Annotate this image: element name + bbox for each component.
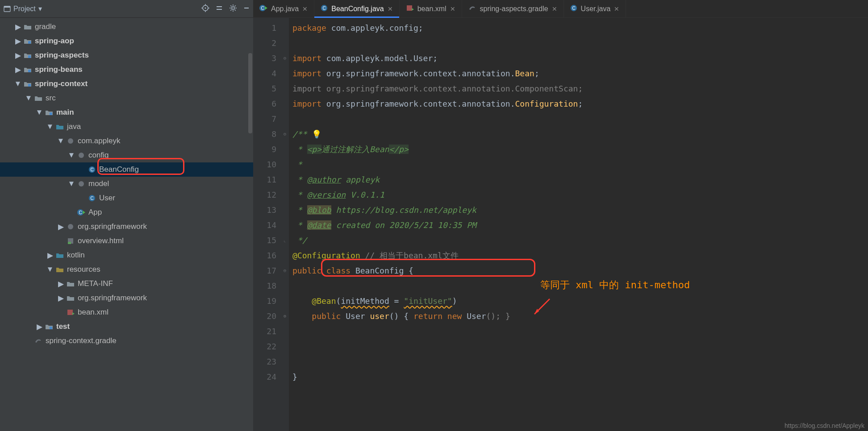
expander-icon[interactable]: ▼ <box>25 95 32 102</box>
tree-item-test[interactable]: ▶test <box>0 319 253 334</box>
code-area[interactable]: package com.appleyk.config; import com.a… <box>289 18 868 431</box>
tab-spring-aspects-gradle[interactable]: spring-aspects.gradle✕ <box>462 0 564 17</box>
project-dropdown[interactable]: Project <box>13 5 36 13</box>
expander-icon[interactable]: ▼ <box>36 109 43 116</box>
svg-point-26 <box>79 153 84 158</box>
expander-icon[interactable] <box>57 309 64 316</box>
tree-label: test <box>56 322 70 331</box>
scrollbar-thumb[interactable] <box>248 53 252 133</box>
svg-rect-23 <box>28 84 31 87</box>
svg-rect-37 <box>68 242 71 244</box>
expander-icon[interactable] <box>68 209 75 216</box>
expander-icon[interactable] <box>57 237 64 245</box>
tree-item-org-springframework[interactable]: ▶org.springframework <box>0 220 253 234</box>
editor-panel: CApp.java✕CBeanConfig.java✕bean.xml✕spri… <box>253 0 868 431</box>
expander-icon[interactable]: ▼ <box>14 80 21 87</box>
svg-rect-21 <box>28 55 31 58</box>
tab-label: spring-aspects.gradle <box>480 5 548 13</box>
tree-item-java[interactable]: ▼java <box>0 120 253 134</box>
chevron-down-icon[interactable]: ▾ <box>38 4 42 13</box>
expander-icon[interactable]: ▶ <box>14 37 21 45</box>
tree-item-bean-xml[interactable]: bean.xml <box>0 305 253 319</box>
line-number: 5 <box>262 81 276 96</box>
watermark: https://blog.csdn.net/Appleyk <box>785 422 864 429</box>
module-icon <box>23 66 32 73</box>
fold-marker[interactable]: ⊖ <box>281 127 289 142</box>
pkg-icon <box>77 152 86 159</box>
tab-bean-xml[interactable]: bean.xml✕ <box>400 0 462 17</box>
tree-item-spring-aop[interactable]: ▶spring-aop <box>0 34 253 48</box>
tree-item-spring-aspects[interactable]: ▶spring-aspects <box>0 48 253 62</box>
expander-icon[interactable]: ▶ <box>46 252 54 259</box>
configuration-highlight-annotation <box>321 259 535 277</box>
gear-icon[interactable] <box>229 4 237 13</box>
line-number: 3 <box>262 51 276 66</box>
tree-item-overview-html[interactable]: overview.html <box>0 234 253 248</box>
tree-item-config[interactable]: ▼config <box>0 148 253 162</box>
svg-rect-38 <box>67 310 73 315</box>
tree-item-org-springframework[interactable]: ▶org.springframework <box>0 291 253 305</box>
line-number: 21 <box>262 324 276 339</box>
tree-item-gradle[interactable]: ▶gradle <box>0 20 253 34</box>
tree-item-main[interactable]: ▼main <box>0 105 253 120</box>
svg-marker-47 <box>412 8 414 11</box>
expander-icon[interactable]: ▶ <box>14 66 21 73</box>
expander-icon[interactable]: ▼ <box>68 152 75 159</box>
project-tool-window: Project ▾ ▶gradle▶spring-aop▶spring-aspe… <box>0 0 253 431</box>
fold-marker <box>281 294 289 309</box>
tree-label: spring-aspects <box>35 51 89 60</box>
tree-item-model[interactable]: ▼model <box>0 177 253 191</box>
tree-label: org.springframework <box>78 222 147 231</box>
tree-item-meta-inf[interactable]: ▶META-INF <box>0 277 253 291</box>
code-editor[interactable]: 123456789101112131415161718192021222324 … <box>253 18 868 431</box>
expander-icon[interactable]: ▶ <box>57 280 64 287</box>
fold-marker[interactable]: ⊖ <box>281 51 289 66</box>
expander-icon[interactable]: ▶ <box>57 223 64 230</box>
svg-text:C: C <box>90 167 93 172</box>
expander-icon[interactable] <box>79 166 86 173</box>
expander-icon[interactable]: ▶ <box>14 52 21 59</box>
tree-item-app[interactable]: CApp <box>0 205 253 220</box>
module-icon <box>23 52 32 58</box>
tree-item-com-appleyk[interactable]: ▼com.appleyk <box>0 134 253 148</box>
minimize-icon[interactable] <box>243 5 250 12</box>
close-icon[interactable]: ✕ <box>552 5 557 12</box>
expander-icon[interactable] <box>79 195 86 202</box>
close-icon[interactable]: ✕ <box>388 5 393 12</box>
tree-item-kotlin[interactable]: ▶kotlin <box>0 248 253 262</box>
svg-line-16 <box>235 10 236 11</box>
tree-item-spring-beans[interactable]: ▶spring-beans <box>0 62 253 77</box>
res-icon <box>55 266 64 273</box>
fold-marker <box>281 187 289 203</box>
fold-marker[interactable]: ⊕ <box>281 309 289 324</box>
fold-marker[interactable]: ⌞ <box>281 233 289 248</box>
expander-icon[interactable]: ▼ <box>46 266 54 273</box>
fold-marker <box>281 324 289 339</box>
tree-item-resources[interactable]: ▼resources <box>0 262 253 277</box>
tree-label: BeanConfig <box>99 165 139 174</box>
tree-item-spring-context[interactable]: ▼spring-context <box>0 77 253 91</box>
tree-item-beanconfig[interactable]: CBeanConfig <box>0 162 253 177</box>
tree-item-spring-context-gradle[interactable]: spring-context.gradle <box>0 334 253 348</box>
tab-app-java[interactable]: CApp.java✕ <box>253 0 314 17</box>
target-icon[interactable] <box>201 4 209 13</box>
collapse-icon[interactable] <box>216 4 223 13</box>
expander-icon[interactable]: ▶ <box>57 294 64 302</box>
close-icon[interactable]: ✕ <box>450 5 455 12</box>
tab-beanconfig-java[interactable]: CBeanConfig.java✕ <box>314 0 399 17</box>
fold-marker[interactable]: ⊖ <box>281 263 289 278</box>
tree-item-user[interactable]: CUser <box>0 191 253 205</box>
tree-item-src[interactable]: ▼src <box>0 91 253 105</box>
expander-icon[interactable]: ▶ <box>14 23 21 30</box>
line-number: 4 <box>262 66 276 81</box>
expander-icon[interactable]: ▶ <box>36 323 43 330</box>
close-icon[interactable]: ✕ <box>614 5 619 12</box>
expander-icon[interactable] <box>25 337 32 344</box>
expander-icon[interactable]: ▼ <box>68 180 75 187</box>
project-tree[interactable]: ▶gradle▶spring-aop▶spring-aspects▶spring… <box>0 18 253 431</box>
tab-user-java[interactable]: CUser.java✕ <box>564 0 626 17</box>
expander-icon[interactable]: ▼ <box>46 123 54 130</box>
close-icon[interactable]: ✕ <box>302 5 308 12</box>
expander-icon[interactable]: ▼ <box>57 137 64 145</box>
tree-label: main <box>56 108 74 117</box>
